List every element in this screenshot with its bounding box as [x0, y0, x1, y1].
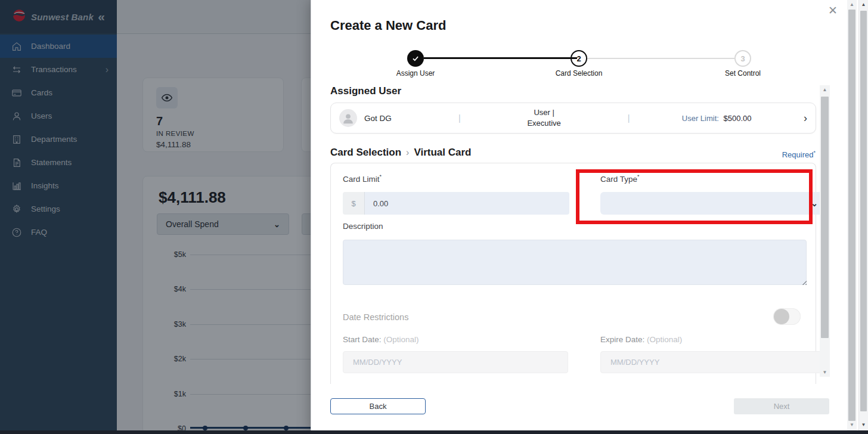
next-button[interactable]: Next — [734, 398, 829, 414]
scroll-up-icon[interactable]: ▲ — [847, 0, 857, 9]
chevron-down-icon: ⌄ — [811, 199, 818, 208]
user-limit: User Limit: $500.00 — [630, 114, 804, 123]
user-role-line1: User | — [461, 107, 628, 118]
start-date-input[interactable] — [343, 351, 568, 373]
page-scrollbar-thumb[interactable] — [848, 10, 855, 421]
user-role-line2: Executive — [461, 118, 628, 129]
create-card-modal: ✕ Create a New Card Assign User2Card Sel… — [311, 0, 847, 434]
avatar — [339, 109, 357, 127]
step-3-indicator[interactable]: 3 — [734, 50, 751, 67]
scroll-down-icon[interactable]: ▼ — [820, 368, 830, 377]
card-form-panel: Card Limit* $ Card Type* ⌄ Description D… — [330, 163, 816, 384]
section-subtitle: Virtual Card — [414, 147, 471, 159]
scroll-up-icon[interactable]: ▲ — [859, 0, 868, 9]
step-2-label: Card Selection — [543, 69, 615, 78]
assigned-user-row[interactable]: Got DG | User | Executive | User Limit: … — [330, 103, 816, 134]
card-limit-label: Card Limit* — [343, 173, 382, 184]
step-3-label: Set Control — [707, 69, 779, 78]
modal-scrollbar-thumb[interactable] — [821, 97, 829, 338]
scroll-down-icon[interactable]: ▼ — [847, 420, 857, 429]
card-selection-heading: Card Selection › Virtual Card — [330, 147, 471, 159]
scroll-down-icon[interactable]: ▼ — [859, 420, 868, 429]
bottom-edge-bar — [0, 430, 868, 434]
page-scrollbar-outer[interactable]: ▲ ▼ — [847, 0, 857, 430]
app-root: Sunwest Bank « DashboardTransactions›Car… — [0, 0, 868, 434]
user-limit-label: User Limit: — [682, 114, 719, 123]
date-restrictions-label: Date Restrictions — [343, 312, 408, 322]
stepper-connector — [587, 58, 736, 59]
user-role: User | Executive — [461, 107, 628, 128]
start-date-label: Start Date: (Optional) — [343, 335, 419, 344]
modal-scrollbar[interactable]: ▲ ▼ — [820, 85, 830, 377]
currency-prefix: $ — [343, 192, 365, 215]
date-restrictions-toggle[interactable] — [773, 308, 801, 325]
assigned-user-heading: Assigned User — [330, 85, 401, 97]
required-note: Required* — [782, 150, 816, 159]
stepper-connector — [424, 57, 577, 59]
check-icon — [411, 54, 420, 63]
scroll-up-icon[interactable]: ▲ — [820, 85, 830, 94]
card-type-select[interactable]: ⌄ — [600, 192, 826, 215]
back-button[interactable]: Back — [330, 398, 426, 414]
card-type-label: Card Type* — [600, 173, 640, 184]
user-limit-value: $500.00 — [724, 114, 752, 123]
user-identity: Got DG — [339, 109, 458, 127]
description-textarea[interactable] — [343, 240, 807, 285]
stepper: Assign User2Card Selection3Set Control — [311, 49, 848, 78]
step-number: 3 — [740, 54, 745, 63]
step-number: 2 — [576, 54, 581, 63]
card-limit-field: $ — [343, 192, 569, 215]
card-limit-input[interactable] — [365, 192, 569, 215]
step-1-indicator[interactable] — [407, 50, 424, 67]
user-name: Got DG — [364, 114, 392, 123]
chevron-right-icon[interactable]: › — [804, 112, 807, 125]
step-1-label: Assign User — [380, 69, 451, 78]
description-label: Description — [343, 222, 383, 231]
expire-date-label: Expire Date: (Optional) — [600, 335, 682, 344]
browser-scrollbar[interactable]: ▲ ▼ — [858, 0, 868, 430]
toggle-knob — [774, 309, 789, 324]
section-title: Card Selection — [330, 147, 401, 159]
breadcrumb-chevron-icon: › — [406, 147, 409, 158]
browser-scrollbar-thumb[interactable] — [860, 11, 867, 411]
modal-title: Create a New Card — [330, 18, 446, 33]
close-icon[interactable]: ✕ — [828, 4, 838, 17]
expire-date-input[interactable] — [600, 351, 826, 373]
